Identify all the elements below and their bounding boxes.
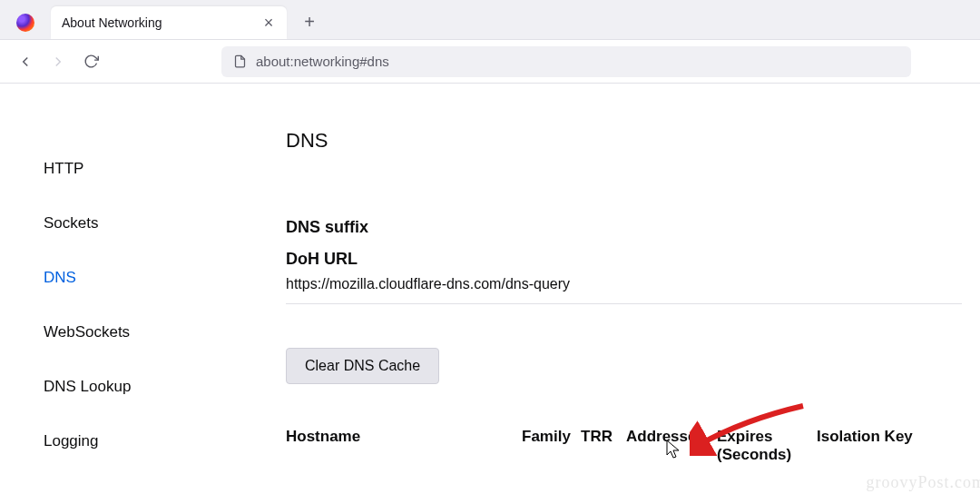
th-isolation: Isolation Key xyxy=(817,428,962,465)
sidebar: HTTP Sockets DNS WebSockets DNS Lookup L… xyxy=(0,84,222,494)
page-icon xyxy=(232,54,247,69)
doh-url-label: DoH URL xyxy=(286,250,962,269)
main-panel: DNS DNS suffix DoH URL https://mozilla.c… xyxy=(222,84,980,494)
tab-title: About Networking xyxy=(62,15,254,30)
sidebar-item-dns[interactable]: DNS xyxy=(44,265,222,291)
content: HTTP Sockets DNS WebSockets DNS Lookup L… xyxy=(0,84,980,494)
app-icon xyxy=(7,14,44,32)
back-button[interactable] xyxy=(11,47,40,76)
tab-strip: About Networking × + xyxy=(0,0,980,40)
reload-button[interactable] xyxy=(76,47,105,76)
page-title: DNS xyxy=(286,129,962,153)
browser-tab[interactable]: About Networking × xyxy=(51,6,287,39)
th-expires: Expires (Seconds) xyxy=(717,428,817,465)
close-icon[interactable]: × xyxy=(261,15,276,30)
sidebar-item-dnslookup[interactable]: DNS Lookup xyxy=(44,374,222,400)
th-hostname: Hostname xyxy=(286,428,522,465)
th-addresses: Addresses xyxy=(626,428,717,465)
sidebar-item-sockets[interactable]: Sockets xyxy=(44,211,222,236)
th-trr: TRR xyxy=(581,428,626,465)
url-text: about:networking#dns xyxy=(256,54,389,69)
dns-suffix-label: DNS suffix xyxy=(286,218,962,237)
clear-dns-cache-button[interactable]: Clear DNS Cache xyxy=(286,348,439,384)
url-bar[interactable]: about:networking#dns xyxy=(221,46,911,77)
sidebar-item-http[interactable]: HTTP xyxy=(44,156,222,182)
doh-url-value: https://mozilla.cloudflare-dns.com/dns-q… xyxy=(286,276,962,304)
forward-button[interactable] xyxy=(44,47,73,76)
firefox-icon xyxy=(16,14,34,32)
new-tab-button[interactable]: + xyxy=(296,9,323,36)
watermark: groovyPost.com xyxy=(866,473,980,492)
sidebar-item-logging[interactable]: Logging xyxy=(44,429,222,454)
sidebar-item-websockets[interactable]: WebSockets xyxy=(44,320,222,345)
toolbar: about:networking#dns xyxy=(0,40,980,84)
th-family: Family xyxy=(522,428,581,465)
table-header: Hostname Family TRR Addresses Expires (S… xyxy=(286,428,962,465)
